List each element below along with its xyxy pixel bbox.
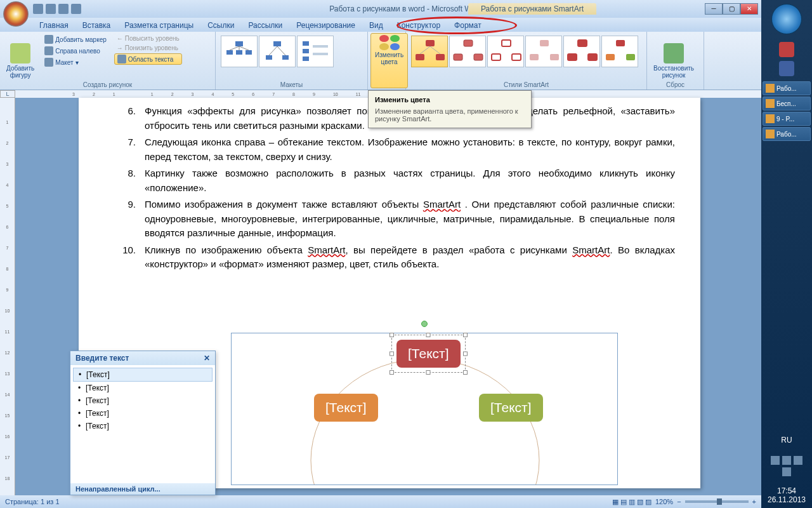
undo-icon[interactable] bbox=[46, 4, 56, 14]
language-indicator[interactable]: RU bbox=[761, 436, 812, 444]
style-item[interactable] bbox=[601, 36, 638, 67]
zoom-control: ▦ ▤ ▥ ▧ ▨ 120% − + bbox=[612, 498, 756, 506]
ruler-corner[interactable]: L bbox=[0, 90, 15, 98]
svg-line-21 bbox=[430, 46, 440, 54]
rtl-button[interactable]: Справа налево bbox=[42, 46, 109, 56]
svg-point-37 bbox=[311, 359, 539, 485]
svg-rect-1 bbox=[226, 50, 233, 55]
qat-more-icon[interactable] bbox=[71, 4, 81, 14]
view-buttons[interactable]: ▦ ▤ ▥ ▧ ▨ bbox=[612, 498, 652, 506]
close-icon[interactable]: ✕ bbox=[204, 354, 210, 363]
svg-rect-35 bbox=[606, 54, 615, 60]
minimize-button[interactable]: ─ bbox=[705, 3, 723, 15]
tab-insert[interactable]: Вставка bbox=[76, 19, 117, 32]
taskbar-window[interactable]: Бесп... bbox=[763, 97, 811, 110]
text-pane-item[interactable]: [Текст] bbox=[73, 407, 213, 420]
group-layouts: Макеты bbox=[216, 32, 368, 90]
zoom-out-button[interactable]: − bbox=[677, 498, 681, 505]
rotate-handle[interactable] bbox=[421, 321, 428, 327]
svg-line-20 bbox=[420, 46, 430, 54]
promote-button[interactable]: ←Повысить уровень bbox=[114, 34, 182, 43]
svg-rect-29 bbox=[530, 54, 539, 60]
demote-button[interactable]: →Понизить уровень bbox=[114, 44, 182, 52]
start-button[interactable] bbox=[771, 4, 802, 34]
layout-item[interactable] bbox=[221, 36, 258, 67]
tray-icon[interactable] bbox=[794, 456, 802, 465]
tab-home[interactable]: Главная bbox=[33, 19, 75, 32]
text-pane-item[interactable]: [Текст] bbox=[73, 382, 213, 394]
svg-rect-2 bbox=[236, 50, 242, 55]
titlebar: Работа с рисунками в word - Microsoft Wo… bbox=[0, 0, 812, 18]
taskbar-icon[interactable] bbox=[779, 61, 794, 76]
system-tray bbox=[761, 456, 812, 476]
text-pane-item[interactable]: [Текст] bbox=[73, 420, 213, 432]
tray-icon[interactable] bbox=[782, 467, 791, 476]
zoom-in-button[interactable]: + bbox=[752, 498, 756, 505]
close-button[interactable]: ✕ bbox=[740, 3, 758, 15]
office-button[interactable] bbox=[3, 1, 29, 27]
svg-rect-12 bbox=[303, 41, 309, 46]
tab-page-layout[interactable]: Разметка страницы bbox=[118, 19, 200, 32]
add-bullet-button[interactable]: Добавить маркер bbox=[42, 34, 109, 44]
ribbon-tabs: Главная Вставка Разметка страницы Ссылки… bbox=[0, 18, 812, 32]
add-shape-button[interactable]: Добавить фигуру bbox=[3, 33, 38, 88]
taskbar-window[interactable]: 9 - P... bbox=[763, 112, 811, 126]
layout-item[interactable] bbox=[297, 36, 334, 67]
svg-rect-0 bbox=[235, 41, 243, 46]
tab-format[interactable]: Формат bbox=[448, 19, 488, 32]
redo-icon[interactable] bbox=[58, 4, 69, 14]
svg-rect-9 bbox=[282, 55, 289, 60]
text-pane-footer: Ненаправленный цикл... bbox=[70, 483, 215, 495]
svg-rect-30 bbox=[550, 54, 559, 60]
taskbar-window[interactable]: Рабо... bbox=[763, 127, 811, 141]
ribbon: Добавить фигуру Добавить маркер Справа н… bbox=[0, 32, 812, 90]
tooltip-change-colors: Изменить цвета Изменение варианта цвета,… bbox=[368, 90, 532, 128]
text-pane-item[interactable]: [Текст] bbox=[73, 394, 213, 407]
svg-rect-36 bbox=[626, 54, 635, 60]
style-item[interactable] bbox=[487, 36, 524, 67]
smartart-node[interactable]: [Текст] bbox=[479, 394, 543, 422]
svg-rect-17 bbox=[426, 40, 435, 46]
change-colors-button[interactable]: Изменить цвета bbox=[370, 33, 408, 88]
svg-rect-31 bbox=[577, 39, 587, 47]
smartart-node[interactable]: [Текст] bbox=[396, 340, 461, 368]
tray-icon[interactable] bbox=[782, 456, 791, 465]
tray-icon[interactable] bbox=[771, 456, 780, 465]
maximize-button[interactable]: ▢ bbox=[723, 3, 740, 15]
group-change-colors: Изменить цвета bbox=[368, 32, 406, 90]
style-item[interactable] bbox=[449, 36, 486, 67]
svg-rect-28 bbox=[540, 40, 549, 46]
taskbar-window[interactable]: Рабо... bbox=[763, 81, 811, 95]
svg-rect-3 bbox=[246, 50, 252, 55]
svg-rect-19 bbox=[436, 54, 445, 60]
style-item[interactable] bbox=[411, 36, 448, 67]
svg-rect-18 bbox=[416, 54, 424, 60]
clock[interactable]: 17:54 26.11.2013 bbox=[761, 486, 812, 504]
layout-item[interactable] bbox=[259, 36, 296, 67]
tab-references[interactable]: Ссылки bbox=[201, 19, 240, 32]
tab-design[interactable]: Конструктор bbox=[391, 19, 447, 32]
context-title: Работа с рисунками SmartArt bbox=[468, 3, 596, 15]
layout-menu-button[interactable]: Макет ▾ bbox=[42, 57, 109, 67]
tab-review[interactable]: Рецензирование bbox=[290, 19, 362, 32]
group-smartart-styles: Стили SmartArt bbox=[406, 32, 647, 90]
text-pane-item[interactable]: [Текст] bbox=[73, 368, 213, 382]
style-item[interactable] bbox=[525, 36, 562, 67]
smartart-object[interactable]: [Текст] [Текст] [Текст] bbox=[231, 333, 618, 485]
text-pane-button[interactable]: Область текста bbox=[114, 53, 182, 65]
tab-mailings[interactable]: Рассылки bbox=[242, 19, 289, 32]
colors-icon bbox=[379, 35, 400, 50]
smartart-node[interactable]: [Текст] bbox=[314, 394, 378, 422]
smartart-text-pane[interactable]: Введите текст ✕ [Текст][Текст][Текст][Те… bbox=[70, 351, 216, 495]
zoom-slider[interactable] bbox=[685, 500, 749, 503]
svg-rect-7 bbox=[273, 41, 281, 46]
tab-view[interactable]: Вид bbox=[363, 19, 390, 32]
taskbar-icon[interactable] bbox=[779, 42, 794, 57]
zoom-level[interactable]: 120% bbox=[655, 498, 673, 505]
svg-rect-8 bbox=[266, 55, 272, 60]
window-title: Работа с рисунками в word - Microsoft Wo… bbox=[329, 4, 483, 13]
style-item[interactable] bbox=[563, 36, 600, 67]
reset-graphic-button[interactable]: Восстановить рисунок bbox=[650, 33, 698, 88]
vertical-ruler[interactable]: 12345678910111213141516171819 bbox=[0, 98, 15, 508]
save-icon[interactable] bbox=[33, 4, 43, 14]
